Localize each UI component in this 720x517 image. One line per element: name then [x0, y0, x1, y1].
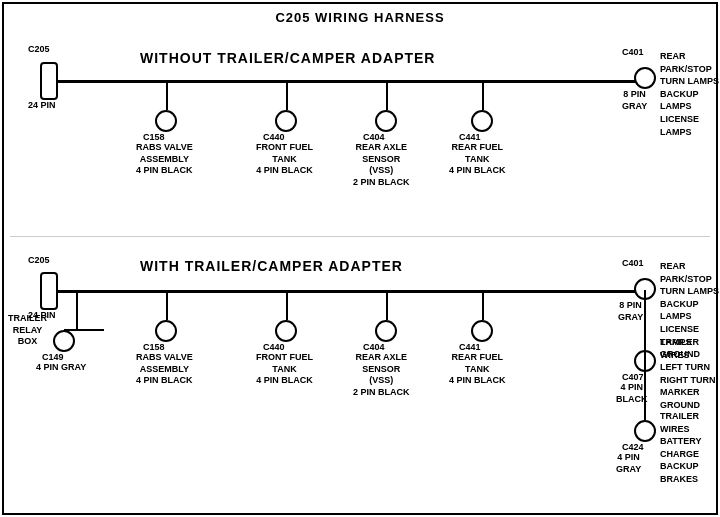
diagram-area: C205 WIRING HARNESS WITHOUT TRAILER/CAMP… — [0, 0, 720, 500]
outer-border — [2, 2, 718, 515]
